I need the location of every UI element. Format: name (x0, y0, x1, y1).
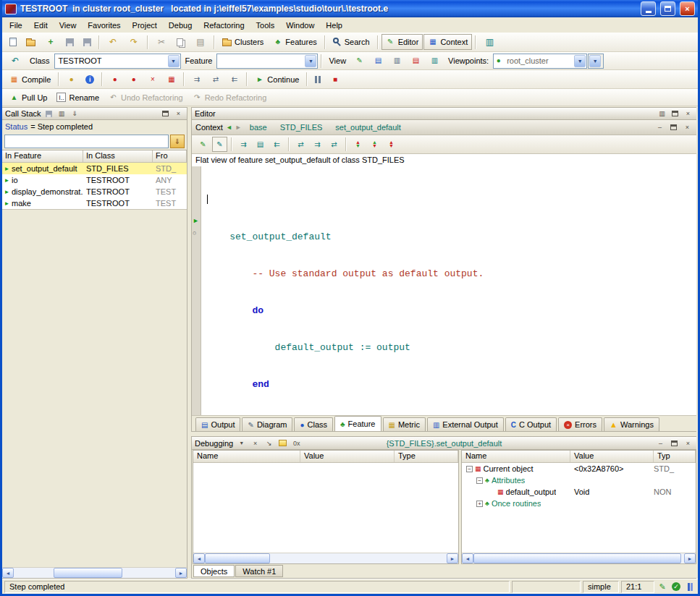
tab-external-output[interactable]: ▥External Output (427, 417, 504, 431)
maximize-panel-icon[interactable] (668, 123, 679, 132)
compile-button[interactable]: ▦Compile (5, 72, 55, 88)
minimize-panel-icon[interactable]: – (655, 438, 666, 448)
external-view-icon[interactable]: ↘ (263, 438, 274, 448)
scroll-thumb[interactable] (205, 553, 270, 563)
open-button[interactable] (22, 34, 40, 50)
stop-button[interactable]: ■ (326, 72, 344, 88)
call-stack-row[interactable]: ► display_demonstrat... TESTROOT TEST (2, 186, 187, 197)
copy-button[interactable] (172, 34, 190, 50)
hex-toggle-icon[interactable]: 0x (291, 438, 302, 448)
editor-header[interactable]: Editor ▥ × (192, 108, 696, 120)
redo-refactoring-button[interactable]: ↷Redo Refactoring (188, 90, 271, 106)
call-stack-header[interactable]: Call Stack ▥ ⇓ × (2, 108, 187, 120)
back-icon[interactable]: ◄ (226, 124, 232, 131)
import-icon[interactable]: ⇓ (69, 109, 80, 119)
redo-button[interactable]: ↷ (124, 34, 144, 50)
step-over-button[interactable]: ⇄ (206, 72, 224, 88)
cut-button[interactable]: ✂ (151, 34, 172, 50)
tab-watch-1[interactable]: Watch #1 (235, 565, 283, 577)
tab-warnings[interactable]: ▲Warnings (604, 417, 659, 431)
class-combo[interactable]: TESTROOT ▼ (54, 54, 181, 69)
col-name[interactable]: Name (193, 451, 300, 462)
tab-feature[interactable]: ♣Feature (334, 416, 381, 431)
menu-debug[interactable]: Debug (163, 19, 198, 32)
undo-refactoring-button[interactable]: ↶Undo Refactoring (104, 90, 187, 106)
col-in-feature[interactable]: In Feature (2, 150, 83, 162)
viewpoints-secondary-combo[interactable]: ▼ (588, 54, 604, 69)
feature-list-button[interactable]: ▤ (253, 137, 268, 152)
window-mode-icon[interactable]: ▥ (56, 109, 67, 119)
maximize-panel-icon[interactable] (160, 109, 171, 119)
collapse-expander-icon[interactable]: − (476, 477, 483, 484)
close-panel-icon[interactable]: × (682, 123, 693, 132)
scroll-right-icon[interactable]: ► (175, 568, 187, 578)
edit-feature-button[interactable]: ✎ (195, 137, 211, 152)
ancestors-button[interactable]: ▲▼ (350, 137, 366, 152)
breadcrumb-cluster[interactable]: base (245, 123, 272, 132)
objects-table-body[interactable]: −▦Current object <0x32A8760> STD_ −♣Attr… (462, 463, 696, 553)
menu-favorites[interactable]: Favorites (82, 19, 126, 32)
breakpoint-slot-icon[interactable]: ○ (193, 229, 196, 237)
minimize-panel-icon[interactable]: – (654, 123, 665, 132)
scroll-left-icon[interactable]: ◄ (2, 568, 14, 578)
enable-stop-points-button[interactable]: ● (106, 72, 124, 88)
feature-combo[interactable]: ▼ (216, 54, 318, 69)
view-interface-button[interactable]: ▥ (426, 53, 444, 69)
scroll-right-icon[interactable]: ► (447, 553, 458, 563)
chevron-down-icon[interactable]: ▼ (305, 55, 316, 67)
menu-window[interactable]: Window (280, 19, 320, 32)
step-into-button[interactable]: ⇉ (187, 72, 206, 88)
menu-project[interactable]: Project (127, 19, 163, 32)
watch-hscrollbar[interactable]: ◄ ► (193, 553, 458, 563)
stack-depth-input[interactable] (4, 135, 169, 148)
menu-view[interactable]: View (54, 19, 83, 32)
swap-view-button[interactable]: ⇄ (293, 137, 308, 152)
clusters-button[interactable]: Clusters (218, 34, 268, 50)
note-icon[interactable] (277, 438, 288, 448)
features-button[interactable]: ♣Features (269, 34, 321, 50)
menu-file[interactable]: File (4, 19, 28, 32)
collapse-expander-icon[interactable]: − (466, 466, 473, 472)
view-flat-button[interactable]: ▥ (388, 53, 406, 69)
col-name[interactable]: Name (462, 451, 570, 462)
viewpoints-combo[interactable]: ● root_cluster ▼ (493, 54, 587, 69)
editor-toggle-button[interactable]: ✎Editor (381, 34, 423, 50)
forward-icon[interactable]: ► (235, 124, 242, 131)
col-value[interactable]: Value (300, 451, 395, 462)
goto-next-feature-button[interactable]: ⇉ (236, 137, 251, 152)
call-stack-hscrollbar[interactable]: ◄ ► (2, 567, 187, 578)
align-view-button[interactable]: ⇉ (310, 137, 325, 152)
paste-button[interactable]: ▤ (190, 34, 211, 50)
breadcrumb-class[interactable]: STD_FILES (275, 123, 328, 132)
view-basic-button[interactable]: ✎ (350, 53, 368, 69)
view-clickable-button[interactable]: ▤ (369, 53, 387, 69)
tab-errors[interactable]: ×Errors (558, 417, 602, 431)
call-stack-row[interactable]: ► set_output_default STD_FILES STD_ (2, 163, 187, 174)
goto-target-button[interactable]: ⇇ (269, 137, 284, 152)
scroll-track[interactable] (205, 553, 447, 563)
pull-up-button[interactable]: ▲Pull Up (5, 90, 51, 106)
new-tab-button[interactable]: ↶ (5, 53, 25, 69)
maximize-button[interactable] (660, 1, 675, 16)
save-all-button[interactable] (79, 34, 96, 50)
tab-output[interactable]: ▤Output (195, 417, 240, 431)
tab-c-output[interactable]: CC Output (505, 417, 557, 431)
expand-expander-icon[interactable]: + (476, 501, 483, 507)
scroll-left-icon[interactable]: ◄ (193, 553, 205, 563)
scroll-right-icon[interactable]: ► (684, 553, 696, 563)
breadcrumb-feature[interactable]: set_output_default (330, 123, 406, 132)
scroll-track[interactable] (14, 568, 175, 578)
menu-refactoring[interactable]: Refactoring (198, 19, 250, 32)
title-bar[interactable]: TESTROOT in cluster root_cluster located… (2, 0, 698, 17)
close-watch-icon[interactable]: × (250, 438, 261, 448)
continue-button[interactable]: ►Continue (250, 72, 303, 88)
call-stack-row[interactable]: ► io TESTROOT ANY (2, 174, 187, 186)
close-button[interactable]: × (680, 1, 695, 16)
editable-view-button[interactable]: ✎ (212, 137, 227, 152)
close-panel-icon[interactable]: × (683, 109, 693, 119)
chevron-down-icon[interactable]: ▼ (589, 55, 601, 67)
code-editor[interactable]: ► ○ set_output_default -- Use standard o… (192, 166, 696, 415)
tab-metric[interactable]: ▦Metric (383, 417, 426, 431)
object-row[interactable]: −▦Current object <0x32A8760> STD_ (462, 463, 696, 474)
debugging-header[interactable]: Debugging ▼ × ↘ 0x {STD_FILES}.set_outpu… (192, 437, 696, 450)
